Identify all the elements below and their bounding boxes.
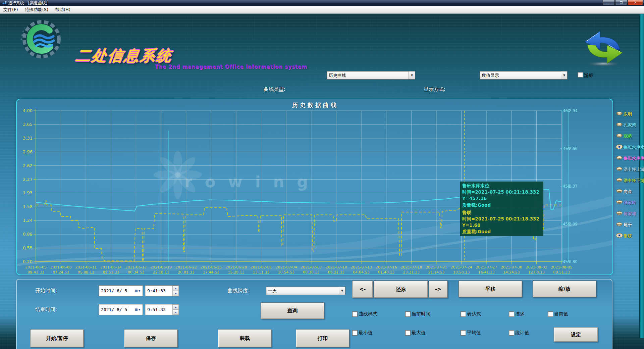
checkbox-r2-2[interactable] bbox=[461, 330, 466, 336]
x-tick-date: 2021-08-02 bbox=[526, 265, 547, 269]
step-left-button[interactable]: <- bbox=[352, 281, 373, 298]
maximize-button[interactable]: ❐ bbox=[615, 0, 627, 5]
x-tick-date: 2021-07-07 bbox=[301, 265, 322, 269]
checkbox-label: 最小值 bbox=[359, 330, 373, 336]
legend-item-9[interactable]: 何家湾 bbox=[616, 208, 644, 219]
display-mode-select[interactable]: 数值显示 ▼ bbox=[480, 71, 568, 80]
legend-item-4[interactable]: 鲁班水库库容 bbox=[616, 153, 644, 164]
eye-open-icon[interactable] bbox=[616, 233, 624, 239]
end-date-field[interactable]: 2021/ 8/ 5 ▦▼ bbox=[99, 304, 143, 315]
eye-open-icon[interactable] bbox=[616, 144, 624, 151]
step-right-button[interactable]: -> bbox=[429, 281, 448, 298]
legend-item-5[interactable]: 浩丰垭上游 bbox=[616, 164, 644, 175]
x-tick-time: 00:34:53 bbox=[128, 270, 144, 275]
checkbox-r1-0[interactable] bbox=[352, 311, 358, 317]
eye-closed-icon[interactable] bbox=[616, 111, 624, 117]
checkbox-r2-0[interactable] bbox=[352, 330, 358, 336]
checkbox-r1-2[interactable] bbox=[461, 311, 466, 317]
curve-type-value: 历史曲线 bbox=[327, 72, 409, 79]
cursor-checkbox[interactable] bbox=[578, 72, 583, 78]
menu-item-1[interactable]: 特殊功能(S) bbox=[21, 6, 52, 13]
x-tick-date: 2021-06-17 bbox=[125, 265, 147, 269]
legend-item-11[interactable]: 鲁联 bbox=[616, 231, 644, 242]
x-tick-time: 04:04:53 bbox=[353, 270, 369, 275]
chevron-down-icon[interactable]: ▼ bbox=[561, 71, 567, 79]
legend-item-2[interactable]: 观桥 bbox=[616, 131, 644, 142]
title-bar: 运行系统 - [渠道曲线] — ❐ ✕ bbox=[0, 0, 644, 6]
chevron-down-icon[interactable]: ▼ bbox=[339, 287, 345, 295]
zoom-button[interactable]: 缩/放 bbox=[533, 281, 596, 297]
calendar-icon[interactable]: ▦▼ bbox=[132, 304, 143, 315]
start-date-value: 2021/ 6/ 5 bbox=[99, 288, 132, 293]
eye-closed-icon[interactable] bbox=[616, 133, 624, 140]
checkbox-r2-1[interactable] bbox=[405, 330, 411, 336]
eye-closed-icon[interactable] bbox=[616, 211, 624, 217]
legend-item-6[interactable]: 浩丰垭下游 bbox=[616, 175, 644, 186]
legend-label: 鲁联 bbox=[624, 233, 632, 239]
calendar-icon[interactable]: ▦▼ bbox=[132, 286, 143, 296]
left-tick-label: 1.58 bbox=[23, 204, 33, 209]
bottom-button-1[interactable]: 保存 bbox=[124, 329, 178, 347]
bottom-button-0[interactable]: 开始/暂停 bbox=[30, 329, 84, 347]
option-r2-0: 最小值 bbox=[352, 330, 373, 336]
checkbox-label: 统计值 bbox=[515, 330, 529, 336]
legend-item-7[interactable]: 向金 bbox=[616, 186, 644, 197]
query-button[interactable]: 查询 bbox=[261, 302, 324, 319]
logo-badge-icon bbox=[20, 18, 63, 61]
option-r1-1: 当前时间 bbox=[405, 311, 430, 317]
x-tick-time: 15:28:13 bbox=[228, 270, 244, 275]
chart-tooltip: 鲁班水库水位 时间=2021-07-25 00:21:18.332 Y=457.… bbox=[460, 182, 543, 236]
eye-closed-icon[interactable] bbox=[616, 122, 624, 129]
curve-type-select[interactable]: 历史曲线 ▼ bbox=[327, 71, 415, 80]
legend-item-3[interactable]: 鲁班水库水位 bbox=[616, 142, 644, 153]
legend-item-0[interactable]: 东明 bbox=[616, 109, 644, 120]
chevron-down-icon[interactable]: ▼ bbox=[409, 71, 415, 79]
right2-tick-label: 1.80 bbox=[569, 259, 578, 264]
left-tick-label: 3.31 bbox=[23, 136, 33, 141]
bottom-button-2[interactable]: 装载 bbox=[218, 329, 272, 347]
legend-item-8[interactable]: 张家岭 bbox=[616, 197, 644, 208]
x-tick-time: 17:44:53 bbox=[203, 270, 219, 275]
checkbox-r2-3[interactable] bbox=[509, 330, 514, 336]
spin-up-icon[interactable]: ▲ bbox=[173, 304, 179, 310]
close-button[interactable]: ✕ bbox=[628, 0, 643, 5]
checkbox-r1-1[interactable] bbox=[405, 311, 411, 317]
eye-closed-icon[interactable] bbox=[616, 189, 624, 195]
curve-span-select[interactable]: 一天 ▼ bbox=[266, 287, 345, 295]
set-button[interactable]: 设定 bbox=[554, 327, 598, 342]
eye-closed-icon[interactable] bbox=[616, 155, 624, 162]
end-time-field[interactable]: 9:51:33 ▲ ▼ bbox=[145, 304, 179, 315]
checkbox-r1-3[interactable] bbox=[509, 311, 514, 317]
legend-item-1[interactable]: 孔家湾 bbox=[616, 120, 644, 131]
checkbox-label: 当前值 bbox=[554, 311, 568, 317]
left-tick-label: 2.62 bbox=[23, 163, 33, 168]
control-panel: 开始时间: 2021/ 6/ 5 ▦▼ 9:41:33 ▲ ▼ 结束时间: 20… bbox=[16, 279, 612, 349]
tooltip-series1: 鲁班水库水位 时间=2021-07-25 00:21:18.332 Y=457.… bbox=[462, 183, 541, 208]
spin-up-icon[interactable]: ▲ bbox=[173, 286, 179, 291]
x-tick-date: 2021-07-30 bbox=[501, 265, 522, 269]
restore-button[interactable]: 还原 bbox=[374, 281, 428, 298]
spin-down-icon[interactable]: ▼ bbox=[173, 310, 179, 315]
checkbox-r1-4[interactable] bbox=[548, 311, 553, 317]
legend-item-10[interactable]: 尾干 bbox=[616, 219, 644, 231]
eye-closed-icon[interactable] bbox=[616, 200, 624, 206]
refresh-icon[interactable] bbox=[583, 30, 625, 69]
x-tick-date: 2021-07-21 bbox=[426, 265, 447, 269]
legend-label: 向金 bbox=[624, 189, 632, 195]
x-tick-date: 2021-06-22 bbox=[175, 265, 197, 269]
right2-tick-label: 2.66 bbox=[569, 146, 578, 151]
menu-item-2[interactable]: 帮助(H) bbox=[52, 6, 74, 13]
eye-closed-icon[interactable] bbox=[616, 222, 624, 228]
eye-closed-icon[interactable] bbox=[616, 178, 624, 184]
eye-closed-icon[interactable] bbox=[616, 166, 624, 173]
x-tick-date: 2021-07-24 bbox=[451, 265, 472, 269]
menu-item-0[interactable]: 文件(F) bbox=[0, 6, 21, 13]
pan-button[interactable]: 平移 bbox=[459, 281, 522, 297]
brand-subtitle: The 2nd management Office information sy… bbox=[155, 64, 307, 70]
minimize-button[interactable]: — bbox=[603, 0, 615, 5]
start-time-field[interactable]: 9:41:33 ▲ ▼ bbox=[145, 285, 179, 296]
spin-down-icon[interactable]: ▼ bbox=[173, 291, 179, 296]
option-r1-3: 描述 bbox=[509, 311, 525, 317]
start-date-field[interactable]: 2021/ 6/ 5 ▦▼ bbox=[99, 285, 143, 296]
bottom-button-3[interactable]: 打印 bbox=[296, 329, 350, 347]
